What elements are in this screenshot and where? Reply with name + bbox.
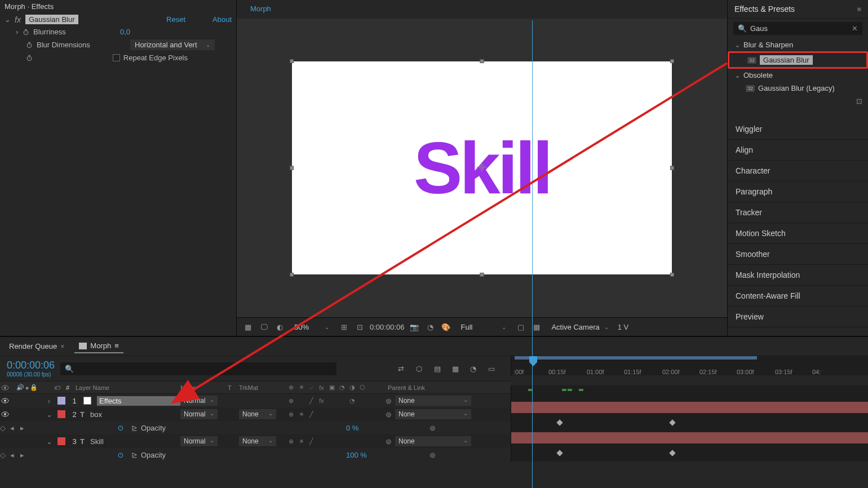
snapshot-icon[interactable]: 📷: [409, 321, 420, 332]
handle-icon[interactable]: [670, 166, 674, 170]
label-header-icon[interactable]: 🏷: [54, 384, 62, 391]
comp-flowchart-icon[interactable]: ⇄: [398, 362, 410, 375]
pickwhip-icon[interactable]: ⊚: [429, 451, 436, 459]
timeline-search[interactable]: 🔍: [60, 362, 336, 375]
parent-dropdown[interactable]: None⌄: [395, 396, 471, 406]
viewer-timecode[interactable]: 0:00:00:06: [370, 323, 404, 331]
layer-row[interactable]: ⌄ 3 TSkill Normal⌄ None⌄ ⊕☀╱ ⊚None⌄: [0, 434, 511, 448]
parent-dropdown[interactable]: None⌄: [395, 436, 471, 446]
composition-canvas[interactable]: Skill: [237, 19, 727, 317]
switch-header-icon[interactable]: ◑: [347, 383, 357, 392]
layer-row[interactable]: ⌄ 2 Tbox Normal⌄ None⌄ ⊕☀╱ ⊚None⌄: [0, 407, 511, 421]
resolution-dropdown[interactable]: Full⌄: [456, 322, 511, 332]
menu-burger-icon[interactable]: ≡: [857, 5, 861, 14]
transparency-icon[interactable]: ▩: [531, 321, 542, 332]
prev-keyframe-icon[interactable]: ◂: [10, 424, 14, 432]
visibility-toggle[interactable]: [0, 411, 10, 417]
monitor-icon[interactable]: 🖵: [258, 321, 269, 332]
opacity-value[interactable]: 0 %: [233, 424, 358, 432]
add-keyframe-icon[interactable]: ◇: [0, 424, 6, 432]
switch-header-icon[interactable]: ⊕: [286, 383, 296, 392]
effect-name[interactable]: Gaussian Blur: [25, 15, 78, 24]
parent-dropdown[interactable]: None⌄: [395, 409, 471, 419]
draft3d-icon[interactable]: ⬡: [416, 362, 428, 375]
opacity-value[interactable]: 100 %: [233, 451, 367, 459]
views-dropdown[interactable]: 1 V: [618, 323, 629, 331]
audio-header-icon[interactable]: 🔊: [16, 384, 24, 391]
chevron-down-icon[interactable]: ⌄: [44, 410, 54, 419]
chevron-down-icon[interactable]: ⌄: [5, 15, 10, 24]
handle-icon[interactable]: [290, 273, 294, 277]
visibility-header-icon[interactable]: [0, 385, 10, 391]
panel-paragraph[interactable]: Paragraph: [728, 181, 868, 202]
handle-icon[interactable]: [480, 59, 484, 63]
anchor-point-icon[interactable]: [477, 162, 487, 174]
pickwhip-icon[interactable]: ⊚: [386, 397, 392, 405]
chevron-down-icon[interactable]: ⌄: [44, 437, 54, 446]
effect-gaussian-blur-legacy[interactable]: 32 Gaussian Blur (Legacy): [728, 82, 868, 95]
new-bin-icon[interactable]: ⊡: [856, 97, 862, 105]
switch-header-icon[interactable]: ◔: [337, 383, 347, 392]
lock-header-icon[interactable]: 🔒: [30, 384, 38, 391]
label-swatch[interactable]: [57, 410, 65, 418]
panel-mask-interpolation[interactable]: Mask Interpolation: [728, 265, 868, 286]
handle-icon[interactable]: [670, 59, 674, 63]
tab-render-queue[interactable]: Render Queue×: [5, 340, 69, 353]
shy-icon[interactable]: ▤: [434, 362, 446, 375]
panel-preview[interactable]: Preview: [728, 307, 868, 327]
blend-mode-dropdown[interactable]: Normal⌄: [180, 396, 218, 406]
next-keyframe-icon[interactable]: ▸: [20, 424, 24, 432]
motion-blur-icon[interactable]: ◔: [470, 362, 482, 375]
category-obsolete[interactable]: ⌄ Obsolete: [728, 69, 868, 82]
camera-dropdown[interactable]: Active Camera⌄: [547, 322, 613, 332]
switch-header-icon[interactable]: ☀: [296, 383, 306, 392]
toggle-alpha-icon[interactable]: ▦: [242, 321, 254, 332]
pickwhip-icon[interactable]: ⊚: [386, 437, 392, 446]
repeat-edge-checkbox[interactable]: [113, 54, 120, 61]
layer-name[interactable]: Effects: [97, 396, 180, 406]
layer-duration-bar[interactable]: [511, 432, 868, 443]
graph-icon[interactable]: ▭: [488, 362, 501, 375]
stopwatch-icon[interactable]: [116, 424, 125, 432]
effects-search-box[interactable]: 🔍 ✕: [733, 22, 862, 35]
label-swatch[interactable]: [57, 437, 65, 445]
blend-mode-dropdown[interactable]: Normal⌄: [180, 409, 218, 419]
switch-header-icon[interactable]: ▣: [327, 383, 336, 392]
panel-align[interactable]: Align: [728, 140, 868, 161]
reset-button[interactable]: Reset: [166, 15, 185, 24]
chevron-right-icon[interactable]: ›: [16, 28, 21, 36]
graph-icon[interactable]: ⊵: [131, 451, 138, 459]
visibility-toggle[interactable]: [0, 398, 10, 403]
grid-icon[interactable]: ⊞: [338, 321, 349, 332]
timeline-ruler[interactable]: :00f 00:15f 01:00f 01:15f 02:00f 02:15f …: [511, 356, 868, 375]
roi-icon[interactable]: ▢: [515, 321, 526, 332]
panel-wiggler[interactable]: Wiggler: [728, 119, 868, 140]
prev-keyframe-icon[interactable]: ◂: [10, 451, 14, 459]
trkmat-dropdown[interactable]: None⌄: [239, 409, 276, 419]
pickwhip-icon[interactable]: ⊚: [429, 424, 436, 432]
add-keyframe-icon[interactable]: ◇: [0, 451, 6, 459]
layer-duration-bar[interactable]: [511, 402, 868, 413]
keyframe-icon[interactable]: [556, 450, 563, 456]
stopwatch-icon[interactable]: [25, 54, 33, 62]
switch-header-icon[interactable]: fx: [317, 383, 326, 392]
switch-header-icon[interactable]: ⬡: [357, 383, 367, 392]
keyframe-icon[interactable]: [556, 419, 563, 425]
label-swatch[interactable]: [57, 397, 65, 405]
layer-row[interactable]: › 1 Effects Normal⌄ ⊕╱fx◔ ⊚None⌄: [0, 394, 511, 407]
next-keyframe-icon[interactable]: ▸: [20, 451, 24, 459]
comp-tab-morph[interactable]: Morph: [241, 2, 280, 16]
panel-smoother[interactable]: Smoother: [728, 244, 868, 265]
about-link[interactable]: About: [212, 15, 232, 24]
panel-content-aware-fill[interactable]: Content-Aware Fill: [728, 286, 868, 307]
stopwatch-icon[interactable]: [116, 451, 125, 459]
pickwhip-icon[interactable]: ⊚: [386, 410, 392, 419]
mask-icon[interactable]: ◐: [274, 321, 285, 332]
blend-mode-dropdown[interactable]: Normal⌄: [180, 436, 218, 446]
effects-search-input[interactable]: [750, 24, 848, 33]
handle-icon[interactable]: [290, 166, 294, 170]
layer-name[interactable]: box: [90, 410, 102, 419]
keyframe-icon[interactable]: [669, 450, 675, 456]
panel-motion-sketch[interactable]: Motion Sketch: [728, 223, 868, 244]
menu-icon[interactable]: ≡: [114, 341, 119, 350]
